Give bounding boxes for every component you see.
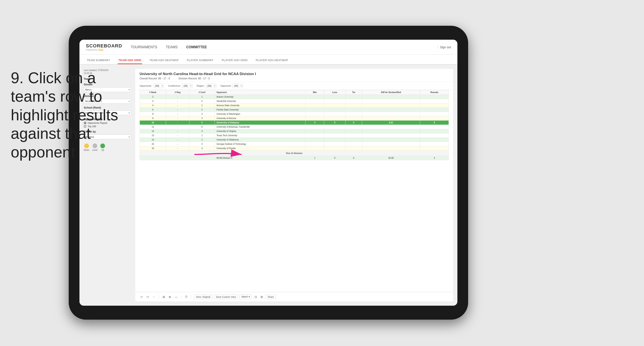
cell-loss [324, 99, 345, 103]
out-conf [190, 156, 215, 160]
grid-title: University of North Carolina Head-to-Hea… [140, 72, 449, 76]
cell-rounds [420, 125, 448, 129]
region-select[interactable]: (All) [206, 84, 216, 88]
cell-opponent: University of Arkansas, Fayetteville [215, 125, 306, 129]
cell-reg: - [166, 112, 190, 116]
table-row[interactable]: 4-1Arizona State University [140, 103, 449, 108]
conference-select[interactable]: (All) [182, 84, 192, 88]
clock-btn[interactable]: ⏱ [184, 295, 188, 299]
cell-reg: - [166, 138, 190, 142]
tab-team-h2h-grid[interactable]: TEAM H2H GRID [118, 57, 142, 64]
view-original-btn[interactable]: View: Original [194, 295, 212, 299]
grid-records: Overall Record: 89 - 17 - 0 Division Rec… [140, 77, 449, 80]
cell-tie [346, 146, 362, 151]
cell-conf: 2 [190, 112, 215, 116]
cell-loss [324, 112, 345, 116]
cell-win [306, 99, 324, 103]
cell-loss [324, 95, 345, 99]
icon-btn-1[interactable]: ⊡ [254, 295, 258, 299]
table-row[interactable]: 12-3University of Virginia [140, 129, 449, 133]
icon-btn-2[interactable]: ⊞ [260, 295, 264, 299]
cell-opponent: University of Arizona [215, 116, 306, 121]
cell-rounds [420, 112, 448, 116]
cell-diff [362, 99, 420, 103]
tab-player-h2h-heatmap[interactable]: PLAYER H2H HEATMAP [255, 57, 289, 64]
toolbar-sep-2 [181, 295, 181, 299]
cell-opponent: Arizona State University [215, 103, 306, 108]
table-row[interactable]: 16-3University of Florida [140, 146, 449, 151]
cell-rank: 2 [140, 95, 166, 99]
col-opponent: Opponent [215, 90, 306, 95]
cell-diff [362, 142, 420, 146]
opponent-select[interactable]: (All) [232, 84, 243, 88]
table-row[interactable]: 10-5University of Alabama3002.618 [140, 121, 449, 125]
cell-reg: - [166, 95, 190, 99]
out-loss: 0 [324, 156, 345, 160]
table-row[interactable]: 11-6University of Arkansas, Fayetteville [140, 125, 449, 129]
main-content: Last Updated: 27/03/2024 16:55:38 Team G… [80, 64, 458, 306]
nav-teams[interactable]: TEAMS [166, 44, 178, 50]
table-row[interactable]: 9-3University of Arizona [140, 116, 449, 121]
table-row[interactable]: 15-4Georgia Institute of Technology [140, 142, 449, 146]
tab-team-summary[interactable]: TEAM SUMMARY [86, 57, 111, 64]
cell-rounds [420, 99, 448, 103]
table-row[interactable]: 14-2University of Oklahoma [140, 138, 449, 142]
dash-btn[interactable]: — [174, 295, 178, 299]
col-tie: Tie [346, 90, 362, 95]
tab-team-h2h-heatmap[interactable]: TEAM H2H HEATMAP [148, 57, 180, 64]
cell-tie [346, 103, 362, 108]
redo-btn[interactable]: ↪ [146, 295, 150, 299]
cell-opponent: University of Alabama [215, 121, 306, 125]
cell-conf: 1 [190, 103, 215, 108]
grid-filters: Opponents: (All) Conference (All) [135, 82, 453, 90]
cell-tie [346, 138, 362, 142]
top-nav: SCOREBOARD Powered by clippi TOURNAMENTS… [80, 40, 458, 55]
col-loss: Loss [324, 90, 345, 95]
watch-btn[interactable]: Watch ▾ [240, 295, 252, 299]
tab-player-summary[interactable]: PLAYER SUMMARY [186, 57, 214, 64]
table-row[interactable]: 8-2University of Washington [140, 112, 449, 116]
cell-conf: 3 [190, 116, 215, 121]
add-btn[interactable]: ⊕ [168, 295, 172, 299]
crop-btn[interactable]: ⊞ [162, 295, 166, 299]
region-label: Region [197, 84, 204, 87]
cell-rank: 8 [140, 112, 166, 116]
nav-tournaments[interactable]: TOURNAMENTS [131, 44, 157, 50]
cell-opponent: University of Florida [215, 146, 306, 151]
cell-win [306, 146, 324, 151]
out-of-division-row[interactable]: NCAA Division II10026.003 [140, 156, 449, 160]
nav-committee[interactable]: COMMITTEE [186, 44, 207, 50]
out-rank [140, 156, 166, 160]
opponents-select[interactable]: (All) [154, 84, 164, 88]
cell-diff [362, 129, 420, 133]
cell-win [306, 129, 324, 133]
cell-tie [346, 142, 362, 146]
tab-player-h2h-grid[interactable]: PLAYER H2H GRID [221, 57, 248, 64]
grid-table: # Rank # Reg # Conf Opponent Win Loss Ti… [140, 90, 449, 160]
col-diff: Diff Av Strokes/Rnd [362, 90, 420, 95]
cell-tie [346, 99, 362, 103]
cell-opponent: Texas Tech University [215, 133, 306, 138]
table-row[interactable]: 13-1Texas Tech University [140, 133, 449, 138]
cell-diff [362, 112, 420, 116]
table-row[interactable]: 2-1Auburn University [140, 95, 449, 99]
cell-tie [346, 129, 362, 133]
share-btn[interactable]: Share [266, 295, 276, 299]
cell-win [306, 112, 324, 116]
save-custom-btn[interactable]: Save Custom View [214, 295, 238, 299]
cell-opponent: Georgia Institute of Technology [215, 142, 306, 146]
cell-win [306, 103, 324, 108]
sign-out-link[interactable]: Sign out [440, 45, 451, 49]
table-row[interactable]: 3-2Vanderbilt University [140, 99, 449, 103]
cell-tie: 0 [346, 121, 362, 125]
out-rounds: 3 [420, 156, 448, 160]
undo-btn[interactable]: ↩ [140, 295, 144, 299]
cell-win [306, 138, 324, 142]
back-btn[interactable]: ← [152, 295, 156, 299]
opponents-filter: Opponents: (All) [140, 84, 164, 88]
nav-items: TOURNAMENTS TEAMS COMMITTEE [131, 44, 438, 50]
conference-filter: Conference (All) [168, 84, 192, 88]
table-row[interactable]: 6-2Florida State University [140, 108, 449, 112]
opponent-label: Opponent [220, 84, 231, 87]
opponents-label: Opponents: [140, 84, 152, 87]
